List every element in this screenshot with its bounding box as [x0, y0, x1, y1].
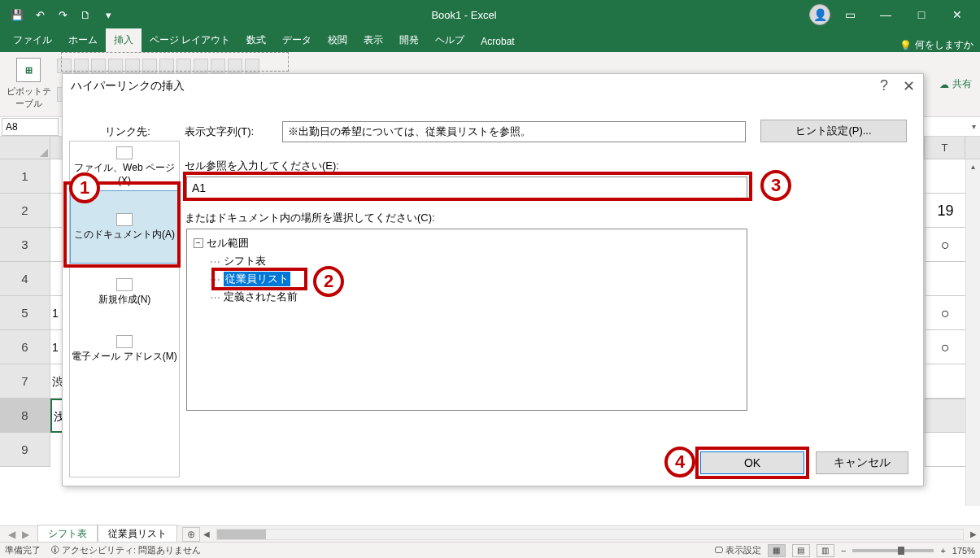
ribbon-options-icon[interactable]: ▭ [834, 2, 866, 27]
tree-node-sheet2[interactable]: ⋯ 従業員リスト [194, 270, 740, 288]
formula-bar-expand[interactable]: ▾ [967, 122, 980, 131]
sheet-tab-employees[interactable]: 従業員リスト [98, 525, 177, 543]
dialog-close-button[interactable]: ✕ [903, 77, 915, 95]
cell[interactable] [925, 159, 965, 194]
row-header[interactable]: 9 [0, 433, 50, 467]
link-opt-this-doc[interactable]: このドキュメント内(A) [70, 190, 179, 264]
row-header[interactable]: 6 [0, 330, 50, 364]
name-box[interactable]: A8 [2, 118, 59, 136]
tab-acrobat[interactable]: Acrobat [473, 31, 522, 52]
zoom-level[interactable]: 175% [952, 546, 975, 556]
dialog-titlebar[interactable]: ハイパーリンクの挿入 ? ✕ [63, 74, 923, 98]
status-ready: 準備完了 [5, 544, 41, 556]
tab-pagelayout[interactable]: ページ レイアウト [142, 28, 238, 52]
tab-developer[interactable]: 開発 [391, 28, 427, 52]
nav-prev-icon[interactable]: ◀ [8, 529, 15, 540]
zoom-in[interactable]: + [940, 546, 945, 556]
share-button[interactable]: ☁ 共有 [936, 55, 975, 113]
zoom-out[interactable]: − [841, 546, 846, 556]
tellme-search[interactable]: 💡 何をしますか [899, 38, 973, 52]
tab-insert[interactable]: 挿入 [106, 28, 142, 52]
column-t-cells: 19 ○ ○ ○ [925, 159, 965, 467]
link-opt-doc-label: このドキュメント内(A) [74, 228, 175, 242]
this-doc-icon [116, 213, 133, 226]
pivot-table-icon: ⊞ [16, 58, 41, 82]
cell[interactable] [925, 364, 965, 399]
tab-file[interactable]: ファイル [5, 28, 60, 52]
tree-node-defined-names[interactable]: ⋯ 定義された名前 [194, 288, 740, 306]
screentip-button[interactable]: ヒント設定(P)... [760, 120, 907, 142]
display-text-input[interactable] [282, 121, 746, 142]
cell[interactable] [925, 433, 965, 467]
hscroll-thumb[interactable] [217, 530, 266, 539]
qat-more-icon[interactable]: ▾ [98, 4, 119, 25]
tab-home[interactable]: ホーム [60, 28, 106, 52]
pivot-table-label: ピボットテーブル [5, 85, 52, 110]
redo-icon[interactable]: ↷ [52, 4, 73, 25]
row-header[interactable]: 2 [0, 194, 50, 228]
row-header[interactable]: 5 [0, 296, 50, 330]
link-to-panel: ファイル、Web ページ(X) このドキュメント内(A) 新規作成(N) 電子メ… [69, 141, 180, 477]
hyperlink-dialog: ハイパーリンクの挿入 ? ✕ リンク先: ファイル、Web ページ(X) このド… [62, 73, 924, 486]
ok-button[interactable]: OK [700, 451, 804, 474]
column-header-t[interactable]: T [925, 137, 965, 159]
tree-node-cellrange[interactable]: − セル範囲 [194, 234, 740, 252]
link-opt-new[interactable]: 新規作成(N) [70, 264, 179, 320]
maximize-button[interactable]: □ [905, 2, 938, 27]
link-opt-file-web[interactable]: ファイル、Web ページ(X) [70, 142, 179, 190]
doc-place-tree[interactable]: − セル範囲 ⋯ シフト表 ⋯ 従業員リスト ⋯ 定義された名前 [186, 229, 747, 411]
cell-ref-label: セル参照を入力してください(E): [185, 159, 339, 173]
doc-place-label: またはドキュメント内の場所を選択してください(C): [185, 211, 435, 225]
zoom-slider[interactable] [852, 549, 934, 552]
undo-icon[interactable]: ↶ [29, 4, 50, 25]
share-label: 共有 [952, 77, 972, 91]
vertical-scrollbar[interactable]: ▴ [965, 159, 980, 506]
view-pagelayout-icon[interactable]: ▤ [792, 544, 810, 557]
tab-review[interactable]: 校閲 [320, 28, 355, 52]
tab-help[interactable]: ヘルプ [427, 28, 473, 52]
tree-collapse-icon[interactable]: − [194, 238, 203, 248]
window-title: Book1 - Excel [119, 9, 809, 21]
view-pagebreak-icon[interactable]: ▥ [817, 544, 834, 557]
link-opt-email[interactable]: 電子メール アドレス(M) [70, 320, 179, 377]
row-header[interactable]: 4 [0, 262, 50, 296]
pivot-table-button[interactable]: ⊞ ピボットテーブル [5, 55, 52, 113]
tab-view[interactable]: 表示 [355, 28, 391, 52]
view-normal-icon[interactable]: ▦ [768, 544, 786, 557]
save-icon[interactable]: 💾 [7, 4, 28, 25]
dialog-help-button[interactable]: ? [880, 77, 888, 95]
status-accessibility[interactable]: 🛈 アクセシビリティ: 問題ありません [50, 544, 201, 556]
file-web-icon [116, 146, 133, 159]
user-avatar[interactable]: 👤 [809, 4, 830, 25]
cell[interactable] [925, 262, 965, 296]
tab-data[interactable]: データ [274, 28, 320, 52]
new-file-icon[interactable]: 🗋 [75, 4, 96, 25]
email-icon [116, 335, 133, 348]
hscroll-right-icon[interactable]: ▶ [967, 530, 980, 538]
tellme-icon: 💡 [899, 40, 912, 51]
display-settings[interactable]: 🖵 表示設定 [714, 544, 761, 556]
hscroll-left-icon[interactable]: ◀ [200, 530, 213, 538]
tree-node-sheet1[interactable]: ⋯ シフト表 [194, 252, 740, 270]
close-window-button[interactable]: ✕ [941, 2, 973, 27]
add-sheet-button[interactable]: ⊕ [182, 527, 200, 542]
tab-formulas[interactable]: 数式 [238, 28, 274, 52]
cell[interactable]: ○ [925, 330, 965, 364]
cell-ref-input[interactable] [186, 177, 747, 199]
row-header[interactable]: 8 [0, 399, 50, 433]
tellme-label: 何をしますか [915, 38, 973, 52]
cell[interactable]: 19 [925, 194, 965, 228]
horizontal-scrollbar[interactable] [216, 529, 964, 540]
row-header[interactable]: 3 [0, 228, 50, 262]
row-header[interactable]: 1 [0, 159, 50, 194]
row-header[interactable]: 7 [0, 364, 50, 399]
sheet-tab-shift[interactable]: シフト表 [37, 525, 98, 544]
cell[interactable]: ○ [925, 228, 965, 262]
nav-next-icon[interactable]: ▶ [22, 529, 29, 540]
cell[interactable] [925, 399, 965, 433]
select-all-corner[interactable] [0, 137, 50, 159]
cancel-button[interactable]: キャンセル [816, 451, 908, 474]
cell[interactable]: ○ [925, 296, 965, 330]
scroll-up-icon[interactable]: ▴ [966, 159, 980, 174]
minimize-button[interactable]: — [869, 2, 902, 27]
